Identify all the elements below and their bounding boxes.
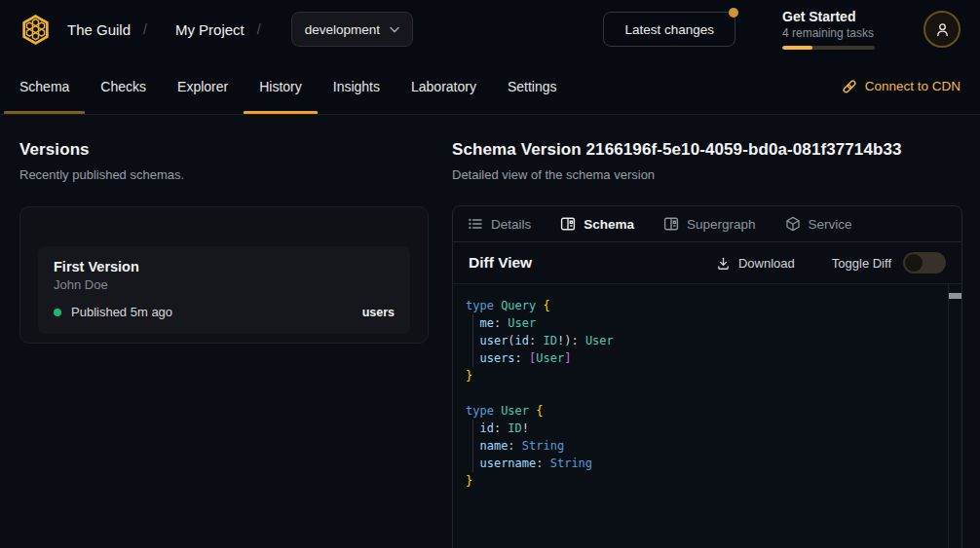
- target-select-value: development: [305, 22, 380, 37]
- cube-icon: [785, 216, 801, 232]
- code-line: me: User: [466, 314, 938, 332]
- version-detail-subtitle: Detailed view of the schema version: [452, 167, 962, 182]
- diff-view-header: Diff View Download Toggle Diff: [453, 242, 961, 284]
- top-header: The Guild / My Project / development Lat…: [0, 0, 980, 58]
- nav-tab-explorer[interactable]: Explorer: [162, 58, 244, 114]
- nav-tab-history[interactable]: History: [244, 58, 318, 114]
- nav-tab-label: Explorer: [177, 79, 228, 94]
- nav-tab-underline: [492, 111, 573, 114]
- download-label: Download: [738, 256, 795, 271]
- nav-tab-underline: [396, 111, 492, 114]
- diff-view-title: Diff View: [469, 254, 532, 272]
- detail-tab-service[interactable]: Service: [785, 216, 852, 232]
- version-service-badge: users: [362, 306, 395, 319]
- graphql-sdl-code: type Query { me: User user(id: ID!): Use…: [453, 284, 961, 502]
- version-author: John Doe: [54, 277, 395, 292]
- detail-tab-supergraph[interactable]: Supergraph: [663, 216, 756, 232]
- detail-tab-schema[interactable]: Schema: [560, 216, 634, 232]
- connect-to-cdn-button[interactable]: Connect to CDN: [842, 58, 961, 114]
- version-detail-panel: Schema Version 2166196f-5e10-4059-bd0a-0…: [452, 115, 962, 548]
- detail-tab-label: Service: [809, 217, 852, 232]
- nav-tab-label: Settings: [508, 79, 557, 94]
- detail-tabs: DetailsSchemaSupergraphService: [453, 206, 961, 242]
- code-line: user(id: ID!): User: [466, 332, 938, 349]
- get-started-title: Get Started: [782, 9, 875, 24]
- list-icon: [468, 216, 483, 232]
- published-status-dot: [54, 309, 61, 316]
- version-title: First Version: [54, 259, 395, 274]
- nav-tab-underline: [244, 111, 318, 114]
- nav-tab-underline: [85, 111, 162, 114]
- toggle-knob: [905, 254, 923, 272]
- main-content: Versions Recently published schemas. Fir…: [0, 115, 980, 548]
- detail-tab-label: Schema: [584, 217, 634, 232]
- nav-tab-underline: [318, 111, 396, 114]
- nav-tab-label: Schema: [19, 79, 69, 94]
- schema-code-editor[interactable]: type Query { me: User user(id: ID!): Use…: [453, 284, 961, 548]
- code-line: type Query {: [466, 297, 938, 314]
- version-detail-title: Schema Version 2166196f-5e10-4059-bd0a-0…: [452, 140, 962, 160]
- breadcrumb-separator: /: [143, 21, 147, 37]
- version-list: First Version John Doe Published 5m ago …: [19, 206, 429, 344]
- get-started-progress-fill: [782, 46, 812, 50]
- detail-tab-label: Details: [491, 217, 531, 232]
- user-avatar[interactable]: [923, 11, 961, 48]
- toggle-diff-label: Toggle Diff: [832, 256, 891, 271]
- nav-tab-insights[interactable]: Insights: [318, 58, 396, 114]
- get-started-subtitle: 4 remaining tasks: [782, 26, 875, 40]
- code-line: users: [User]: [466, 349, 938, 367]
- nav-tab-underline: [162, 111, 244, 114]
- code-line: username: String: [466, 455, 938, 472]
- link-icon: [842, 79, 857, 94]
- connect-to-cdn-label: Connect to CDN: [865, 79, 961, 93]
- download-icon: [716, 256, 731, 271]
- breadcrumb-separator: /: [257, 21, 261, 37]
- detail-tab-details[interactable]: Details: [468, 216, 531, 232]
- nav-tab-label: History: [259, 79, 302, 94]
- toggle-diff-switch[interactable]: [903, 252, 946, 274]
- nav-tab-label: Laboratory: [411, 79, 476, 94]
- version-list-item[interactable]: First Version John Doe Published 5m ago …: [38, 246, 410, 334]
- nav-tab-label: Insights: [333, 79, 380, 94]
- breadcrumb-project[interactable]: My Project: [175, 21, 245, 38]
- latest-changes-button[interactable]: Latest changes: [603, 12, 735, 47]
- layout-icon: [560, 216, 576, 232]
- nav-tab-laboratory[interactable]: Laboratory: [396, 58, 492, 114]
- get-started-progressbar: [782, 46, 875, 50]
- code-line: id: ID!: [466, 420, 938, 437]
- editor-scrollbar-thumb[interactable]: [949, 293, 961, 299]
- code-line: }: [466, 367, 938, 384]
- nav-tab-label: Checks: [100, 79, 146, 94]
- version-status: Published 5m ago: [71, 305, 172, 319]
- breadcrumb-org[interactable]: The Guild: [67, 21, 131, 38]
- nav-tab-schema[interactable]: Schema: [4, 58, 85, 114]
- versions-subtitle: Recently published schemas.: [19, 167, 429, 182]
- layout-icon: [663, 216, 679, 232]
- versions-title: Versions: [19, 140, 429, 160]
- detail-tab-label: Supergraph: [687, 217, 756, 232]
- code-line: }: [466, 472, 938, 490]
- chevron-down-icon: [390, 26, 399, 33]
- hive-logo-icon[interactable]: [19, 14, 52, 46]
- version-detail-box: DetailsSchemaSupergraphService Diff View…: [452, 205, 962, 548]
- nav-tab-underline: [4, 111, 85, 114]
- code-line: name: String: [466, 437, 938, 455]
- nav-tab-settings[interactable]: Settings: [492, 58, 573, 114]
- user-icon: [934, 21, 951, 38]
- download-button[interactable]: Download: [716, 256, 795, 271]
- latest-changes-label: Latest changes: [624, 22, 714, 37]
- get-started-widget[interactable]: Get Started 4 remaining tasks: [782, 9, 875, 50]
- code-line: [466, 384, 938, 402]
- notification-dot: [729, 8, 738, 18]
- target-select[interactable]: development: [291, 12, 413, 47]
- nav-tab-checks[interactable]: Checks: [85, 58, 162, 114]
- versions-panel: Versions Recently published schemas. Fir…: [19, 115, 429, 548]
- editor-scrollbar[interactable]: [948, 284, 961, 548]
- target-nav: SchemaChecksExplorerHistoryInsightsLabor…: [0, 58, 980, 115]
- code-line: type User {: [466, 402, 938, 420]
